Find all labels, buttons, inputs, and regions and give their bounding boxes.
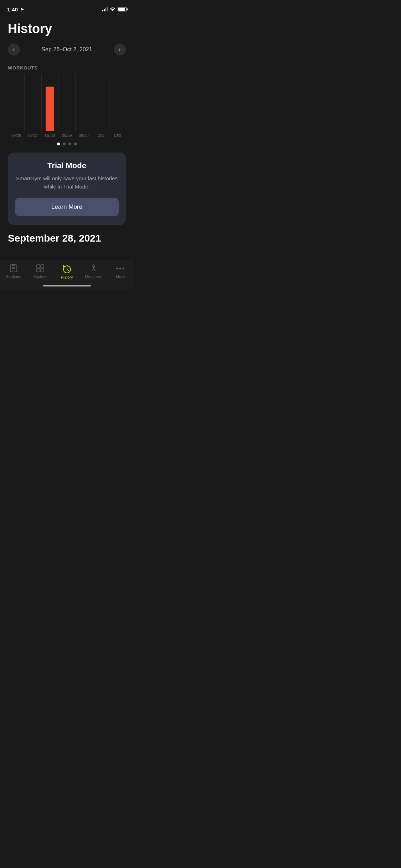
workouts-section-label: WORKOUTS	[8, 65, 126, 71]
svg-rect-5	[37, 265, 40, 268]
svg-point-10	[93, 265, 95, 267]
tab-history-label: History	[61, 275, 73, 279]
tab-routines-label: Routines	[6, 274, 21, 279]
chart-col-0	[8, 74, 24, 131]
chart-label-2: 09/28	[42, 133, 58, 138]
home-indicator	[43, 285, 91, 286]
pagination-dots	[8, 143, 126, 145]
prev-week-button[interactable]: ‹	[8, 43, 20, 56]
svg-line-13	[94, 269, 96, 271]
chart-date-labels: 09/26 09/27 09/28 09/29 09/30 10/1 10/2	[8, 133, 126, 138]
learn-more-button[interactable]: Learn More	[15, 198, 119, 216]
svg-rect-8	[41, 269, 44, 272]
chart-col-6	[109, 74, 126, 131]
dot-2[interactable]	[68, 143, 71, 145]
page-title: History	[8, 21, 126, 36]
dot-0[interactable]	[57, 143, 60, 145]
battery-icon	[118, 7, 127, 11]
tab-measures[interactable]: Measures	[80, 264, 107, 279]
svg-rect-0	[10, 265, 17, 272]
active-bar	[46, 87, 54, 131]
dot-3[interactable]	[74, 143, 77, 145]
dot-1[interactable]	[63, 143, 66, 145]
explore-icon	[36, 264, 45, 273]
chart-col-1	[24, 74, 41, 131]
tab-more-label: More	[116, 274, 125, 279]
trial-mode-card: Trial Mode SmartGym will only save your …	[8, 153, 126, 225]
location-icon: ➤	[20, 7, 24, 12]
tab-measures-label: Measures	[85, 274, 102, 279]
tab-more[interactable]: More	[107, 264, 134, 279]
more-icon	[116, 264, 124, 273]
routines-icon	[9, 264, 18, 273]
chart-col-3	[58, 74, 75, 131]
workouts-chart	[8, 74, 126, 131]
svg-rect-7	[37, 269, 40, 272]
divider	[8, 60, 126, 60]
tab-explore-label: Explore	[34, 274, 47, 279]
svg-line-12	[92, 269, 94, 271]
chart-col-5	[92, 74, 109, 131]
svg-rect-6	[41, 265, 44, 268]
chart-label-0: 09/26	[8, 133, 25, 138]
chart-label-6: 10/2	[109, 133, 126, 138]
trial-mode-title: Trial Mode	[15, 161, 119, 170]
history-icon	[62, 264, 72, 274]
status-time: 1:40 ➤	[7, 6, 24, 12]
tab-history[interactable]: History	[53, 264, 80, 279]
chart-label-5: 10/1	[92, 133, 109, 138]
measures-icon	[89, 264, 98, 273]
time-display: 1:40	[7, 6, 18, 12]
main-content: History ‹ Sep 26–Oct 2, 2021 › WORKOUTS …	[0, 16, 134, 260]
tab-explore[interactable]: Explore	[27, 264, 53, 279]
trial-mode-description: SmartGym will only save your last histor…	[15, 175, 119, 191]
chart-label-1: 09/27	[25, 133, 41, 138]
status-icons	[102, 7, 127, 12]
next-week-button[interactable]: ›	[114, 43, 126, 56]
workout-date-header: September 28, 2021	[8, 233, 126, 244]
chart-col-4	[75, 74, 92, 131]
chart-col-2	[41, 74, 58, 131]
chart-label-3: 09/29	[58, 133, 75, 138]
chart-label-4: 09/30	[75, 133, 92, 138]
status-bar: 1:40 ➤	[0, 0, 134, 16]
wifi-icon	[110, 7, 115, 12]
signal-icon	[102, 7, 108, 11]
week-range-label: Sep 26–Oct 2, 2021	[41, 46, 92, 53]
week-navigation: ‹ Sep 26–Oct 2, 2021 ›	[8, 43, 126, 56]
tab-routines[interactable]: Routines	[0, 264, 27, 279]
tab-bar: Routines Explore History Measures	[0, 260, 134, 289]
